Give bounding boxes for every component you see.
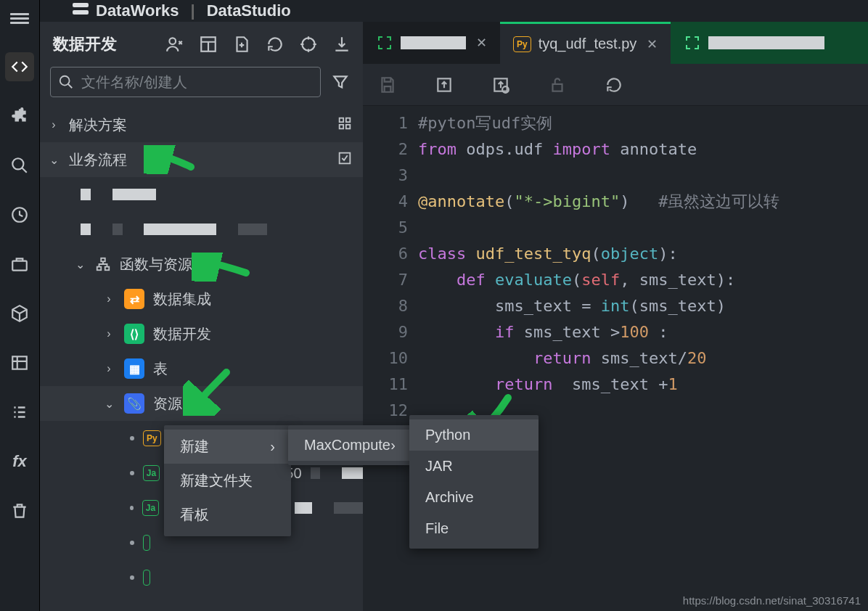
- lock-icon[interactable]: [547, 75, 568, 95]
- trash-icon[interactable]: [5, 496, 34, 525]
- svg-rect-11: [346, 124, 351, 128]
- svg-rect-15: [105, 267, 110, 271]
- tree-func-resources[interactable]: ⌄ 函数与资源: [40, 247, 363, 282]
- svg-rect-19: [553, 83, 562, 91]
- ctx-label: 新建: [180, 437, 209, 456]
- ctx-file[interactable]: File: [409, 513, 539, 544]
- chevron-right-icon: ›: [390, 437, 396, 454]
- clock-icon[interactable]: [5, 200, 34, 229]
- context-menu: 新建 › 新建文件夹 看板: [164, 425, 291, 536]
- refresh-icon[interactable]: [266, 35, 284, 54]
- resource-item[interactable]: [40, 560, 363, 595]
- checklist-icon[interactable]: [337, 150, 353, 170]
- watermark: https://blog.csdn.net/sinat_30316741: [683, 594, 861, 607]
- fx-icon[interactable]: fx: [5, 447, 34, 476]
- bullet-icon: [130, 436, 134, 440]
- import-icon[interactable]: [332, 35, 351, 54]
- filter-icon[interactable]: [328, 70, 353, 94]
- close-icon[interactable]: ✕: [647, 36, 658, 52]
- py-badge: Py: [143, 430, 161, 446]
- search-box[interactable]: [50, 67, 321, 97]
- tree-label: 数据开发: [153, 324, 211, 344]
- code-badge-icon: ⟨⟩: [124, 324, 144, 344]
- cube-icon[interactable]: [5, 299, 34, 328]
- search-icon: [58, 74, 74, 90]
- chevron-right-icon: ›: [47, 118, 60, 131]
- bullet-icon: [130, 471, 134, 475]
- code-icon[interactable]: [5, 52, 34, 81]
- chevron-right-icon: ›: [270, 438, 275, 455]
- chevron-right-icon: ›: [102, 327, 115, 340]
- chevron-right-icon: ›: [102, 362, 115, 375]
- tree-label: 表: [153, 359, 168, 379]
- tree-item-redacted[interactable]: [40, 177, 363, 212]
- icon-rail: fx: [0, 0, 40, 611]
- ctx-python[interactable]: Python: [409, 419, 539, 451]
- search-icon[interactable]: [5, 151, 34, 180]
- submit-icon[interactable]: [434, 75, 454, 95]
- submit-unlock-icon[interactable]: [491, 75, 511, 95]
- tab-active-file[interactable]: Py tyq_udf_test.py ✕: [500, 22, 671, 64]
- ctx-new-folder[interactable]: 新建文件夹: [164, 464, 291, 498]
- chevron-down-icon: ⌄: [47, 153, 60, 167]
- target-icon[interactable]: [299, 35, 318, 54]
- transfer-icon: ⇄: [124, 289, 144, 309]
- tree-resources[interactable]: ⌄ 📎 资源: [40, 386, 363, 421]
- tree-workflow[interactable]: ⌄ 业务流程: [40, 142, 363, 177]
- tree-data-dev[interactable]: › ⟨⟩ 数据开发: [40, 316, 363, 351]
- tree-data-integration[interactable]: › ⇄ 数据集成: [40, 282, 363, 316]
- search-input[interactable]: [81, 74, 313, 91]
- tree-label: 数据集成: [153, 290, 211, 309]
- context-submenu-type: Python JAR Archive File: [409, 415, 539, 549]
- py-badge-icon: Py: [513, 36, 531, 52]
- puzzle-icon[interactable]: [5, 102, 34, 131]
- ctx-maxcompute[interactable]: MaxCompute ›: [288, 430, 412, 461]
- tree-item-redacted[interactable]: [40, 212, 363, 247]
- svg-point-0: [12, 158, 23, 169]
- tab-redacted-2[interactable]: [671, 22, 868, 64]
- chevron-down-icon: ⌄: [73, 258, 86, 271]
- brand-icon: [73, 3, 89, 19]
- close-icon[interactable]: ✕: [476, 35, 487, 51]
- ctx-label: File: [425, 520, 449, 537]
- svg-rect-9: [346, 118, 351, 122]
- attach-icon: 📎: [124, 393, 144, 414]
- save-icon[interactable]: [377, 75, 398, 95]
- new-file-icon[interactable]: [232, 35, 251, 54]
- bullet-icon: [130, 506, 134, 510]
- ctx-new[interactable]: 新建 ›: [164, 430, 291, 464]
- svg-point-7: [60, 76, 70, 86]
- tab-redacted-1[interactable]: ✕: [363, 22, 500, 64]
- tab-bar: ✕ Py tyq_udf_test.py ✕: [363, 22, 868, 64]
- layout-icon[interactable]: [199, 35, 218, 54]
- table-icon[interactable]: [5, 348, 34, 377]
- svg-rect-14: [97, 267, 102, 271]
- svg-point-6: [302, 38, 314, 50]
- tab-filename: tyq_udf_test.py: [539, 36, 637, 52]
- tree-solutions[interactable]: › 解决方案: [40, 107, 363, 142]
- user-icon[interactable]: [165, 35, 184, 54]
- refresh-icon[interactable]: [604, 75, 624, 95]
- tree-label: 资源: [153, 394, 182, 414]
- ctx-archive[interactable]: Archive: [409, 482, 539, 513]
- svg-rect-3: [12, 356, 27, 369]
- chevron-down-icon: ⌄: [102, 397, 115, 411]
- chevron-right-icon: ›: [102, 292, 115, 306]
- ctx-label: JAR: [425, 458, 453, 475]
- context-submenu-engine: MaxCompute ›: [288, 425, 412, 465]
- ctx-label: 看板: [180, 505, 209, 525]
- ctx-jar[interactable]: JAR: [409, 451, 539, 482]
- grid-icon[interactable]: [337, 115, 353, 135]
- briefcase-icon[interactable]: [5, 250, 34, 279]
- svg-rect-8: [340, 118, 344, 122]
- tree-tables[interactable]: › ▦ 表: [40, 351, 363, 386]
- ctx-kanban[interactable]: 看板: [164, 498, 291, 532]
- tree-label: 业务流程: [69, 150, 127, 170]
- tree-label: 函数与资源: [120, 255, 192, 274]
- jar-badge: Ja: [143, 465, 160, 481]
- list-icon[interactable]: [5, 398, 34, 427]
- ctx-label: Python: [425, 427, 470, 443]
- hamburger-icon[interactable]: [5, 3, 34, 32]
- ctx-label: 新建文件夹: [180, 471, 253, 491]
- svg-rect-10: [340, 124, 344, 128]
